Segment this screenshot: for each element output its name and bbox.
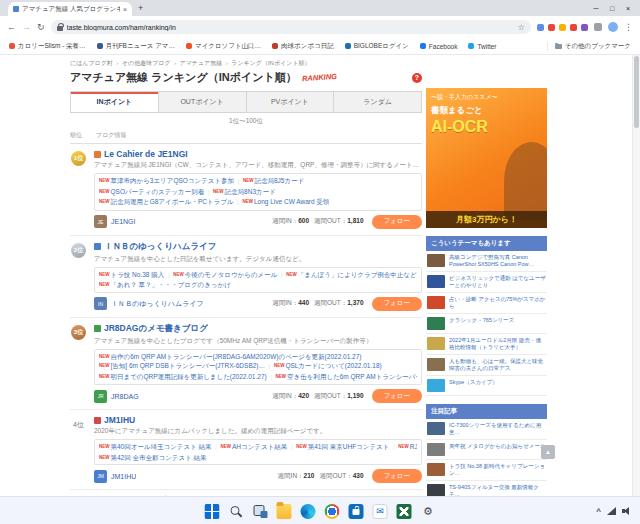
mail-icon[interactable] (373, 504, 388, 519)
sidebar-item[interactable]: 人も動物も、心は一緒。保護犬と味覚障害の夫さんの日常デス (426, 355, 547, 376)
follow-button[interactable]: フォロー (372, 469, 422, 483)
explorer-icon[interactable] (277, 504, 292, 519)
post-link[interactable]: AHコンテスト結果 (232, 443, 287, 450)
network-icon[interactable] (607, 507, 616, 515)
post-link[interactable]: 草津市内から3エリアQSOコンテスト参加 (111, 177, 235, 184)
weekly-out-label: 週間OUT： (314, 392, 347, 399)
address-bar[interactable]: taste.blogmura.com/ham/ranking/in ☆ (51, 20, 531, 34)
ranking-tab[interactable]: PVポイント (246, 92, 334, 112)
bookmark-label: マイクロソフト山口… (195, 42, 261, 51)
extension-icon[interactable] (559, 24, 566, 31)
sidebar-item[interactable]: TS-940Sフィルター交換 最新情報クチ… (426, 481, 547, 496)
post-link[interactable]: 記念局8J5カード (255, 177, 305, 184)
volume-icon[interactable] (622, 507, 632, 515)
post-link[interactable]: 記念局運用とG8アイボール・PCトラブル (111, 198, 234, 205)
scrollbar[interactable] (632, 55, 640, 496)
start-icon[interactable] (205, 504, 220, 519)
extensions-puzzle-icon[interactable] (594, 23, 602, 31)
follow-button[interactable]: フォロー (372, 389, 422, 403)
breadcrumb-link[interactable]: にほんブログ村 (70, 60, 113, 66)
sidebar-item[interactable]: トラ技 No.38 新時代キャリブレーション… (426, 460, 547, 481)
post-link[interactable]: 空き缶を利用した6m QRP AMトランシーバー(Can… (287, 373, 417, 380)
ranking-tab[interactable]: INポイント (71, 92, 158, 112)
tab-close-icon[interactable]: × (123, 6, 127, 13)
scrollbar-thumb[interactable] (634, 56, 639, 128)
post-link[interactable]: トラ技 No.38 購入 (111, 271, 165, 278)
post-link[interactable]: [告知] 6m QRP DSBトランシーバー(JTRX-6DSB2)… (111, 362, 266, 369)
sidebar-item[interactable]: 2022年1月ユーロドル2月限 販売・価格比較情報（トラリピ大手） (426, 334, 547, 355)
blog-title-link[interactable]: ＩＮＢのゆっくりハムライフ (104, 241, 217, 253)
post-link[interactable]: 第42回 全市全郡コンテスト 結果 (111, 454, 207, 461)
maximize-button[interactable]: □ (604, 5, 620, 12)
sidebar-item[interactable]: 高級コンデジで野鳥写真 Canon PowerShot SX50HS Canon… (426, 251, 547, 272)
search-icon[interactable] (229, 504, 244, 519)
post-link[interactable]: 記念局8N3カード (225, 188, 276, 195)
post-link[interactable]: 自作の6m QRP AMトランシーバー(JR8DAG-6AM2020W)のページ… (111, 353, 362, 360)
new-tab-button[interactable]: + (138, 3, 143, 13)
post-link[interactable]: QSOパーティのステッカー到着 (111, 188, 205, 195)
close-button[interactable]: × (620, 5, 636, 12)
author-link[interactable]: JM1IHU (111, 473, 136, 480)
chevron-up-icon[interactable] (596, 507, 601, 516)
sidebar-item[interactable]: クラシック・765シリーズ (426, 314, 547, 334)
breadcrumb-link[interactable]: ランキング（INポイント順） (231, 60, 310, 66)
bookmark-item[interactable]: マイクロソフト山口… (186, 42, 261, 51)
browser-menu-icon[interactable]: ⋮ (624, 22, 633, 32)
follow-button[interactable]: フォロー (372, 215, 422, 229)
bookmark-star-icon[interactable]: ☆ (518, 23, 525, 32)
bookmark-item[interactable]: Facebook (420, 43, 458, 50)
chrome-icon[interactable] (325, 504, 340, 519)
help-icon[interactable]: ? (412, 73, 422, 83)
bookmark-item[interactable]: 肉球ポンポコ日記 (272, 42, 334, 51)
breadcrumb-link[interactable]: アマチュア無線 (180, 60, 223, 66)
blog-title-link[interactable]: Le Cahier de JE1NGI (104, 149, 188, 159)
sidebar-item[interactable]: 周年祝 メタログからのお知らせメール (426, 440, 547, 460)
ranking-tab[interactable]: ランダム (333, 92, 421, 112)
browser-tab[interactable]: アマチュア無線 人気ブログランキング × (8, 2, 132, 16)
new-badge: NEW (213, 189, 224, 194)
post-link[interactable]: Long Live CW Award 受領 (254, 198, 329, 205)
bookmark-item[interactable]: BIGLOBEログイン (345, 42, 409, 51)
post-link[interactable]: 「あれ？ 草？」・・・ブログのきっかけ (111, 281, 231, 288)
profile-avatar[interactable] (608, 22, 618, 32)
sidebar-item[interactable]: Skype（スカイプ） (426, 376, 547, 396)
author-link[interactable]: JE1NGI (111, 218, 136, 225)
author-link[interactable]: ＩＮＢのゆっくりハムライフ (111, 299, 204, 309)
settings-icon[interactable] (421, 504, 436, 519)
post-link[interactable]: 「まんぼう」によりクラブ例会中止など (298, 271, 417, 278)
minimize-button[interactable]: ─ (588, 5, 604, 12)
extension-icon[interactable] (537, 24, 544, 31)
edge-icon[interactable] (301, 504, 316, 519)
taskview-icon[interactable] (253, 504, 268, 519)
breadcrumb-link[interactable]: その他趣味ブログ (122, 60, 171, 66)
other-bookmarks[interactable]: その他のブックマーク (547, 42, 631, 51)
follow-button[interactable]: フォロー (372, 297, 422, 311)
forward-icon[interactable]: → (22, 23, 31, 32)
reload-icon[interactable]: ↻ (37, 23, 45, 32)
extension-icon[interactable] (570, 24, 577, 31)
post-link[interactable]: 第40回オール埼玉コンテスト 結果 (111, 443, 212, 450)
post-link[interactable]: 第41回 東京UHFコンテスト (308, 443, 390, 450)
bookmark-item[interactable]: 月刊FBニュース アマ… (97, 42, 175, 51)
bookmark-item[interactable]: Twitter (468, 43, 496, 50)
author-link[interactable]: JR8DAG (111, 393, 139, 400)
ad-banner[interactable]: 〜脱・手入力のススメ〜 書類まるごと AI-OCR 月額3万円から！ (426, 88, 547, 228)
back-icon[interactable]: ← (7, 23, 16, 32)
sidebar-item[interactable]: IC-7300シリーズを使用するために用意… (426, 419, 547, 440)
sidebar-item[interactable]: ビジネスリュックで通勤 はてなユーザーとのやりとり (426, 272, 547, 293)
back-to-top-button[interactable]: ▲ (541, 445, 555, 459)
post-link[interactable]: QSLカードについて(2022.01.18) (285, 362, 381, 369)
post-link[interactable]: RJX-601を購入しました (410, 443, 417, 450)
blog-title-link[interactable]: JM1IHU (104, 415, 135, 425)
ranking-tab[interactable]: OUTポイント (158, 92, 246, 112)
excel-icon[interactable] (397, 504, 412, 519)
extension-icon[interactable] (581, 24, 588, 31)
bookmark-item[interactable]: カロリーSlism - 栄養… (9, 42, 86, 51)
sidebar-item[interactable]: 占い・診断 アクセスの75%がスマホから (426, 293, 547, 314)
post-link[interactable]: 今後のモノタロウからのメール (185, 271, 278, 278)
post-link[interactable]: 明日までのQRP運用記録を更新しました(2022.01.27) (111, 373, 267, 380)
sidebar-item-text: 占い・診断 アクセスの75%がスマホから (449, 296, 546, 310)
store-icon[interactable] (349, 504, 364, 519)
extension-icon[interactable] (548, 24, 555, 31)
blog-title-link[interactable]: JR8DAGのメモ書きブログ (104, 323, 208, 335)
